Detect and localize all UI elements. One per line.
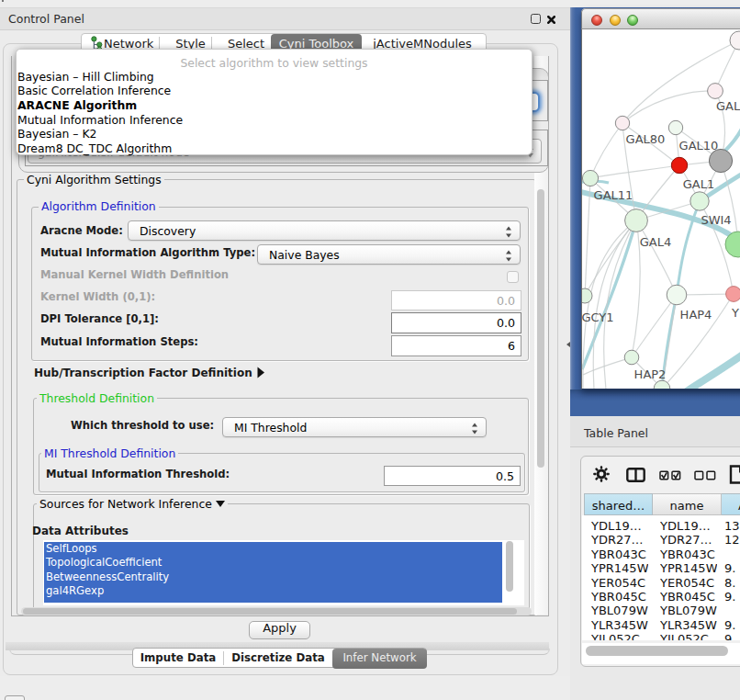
graph-node[interactable]: [726, 287, 740, 302]
graph-node-label: Y: [731, 306, 739, 320]
mi-algorithm-type-label: Mutual Information Algorithm Type:: [40, 247, 255, 259]
dropdown-item[interactable]: ARACNE Algorithm: [17, 98, 137, 112]
table-cell: YPR145W: [660, 561, 717, 575]
docked-panel-icon[interactable]: [5, 695, 25, 700]
table-row[interactable]: YBR043CYBR043C: [582, 548, 740, 561]
graph-node[interactable]: [615, 116, 629, 130]
dropdown-item[interactable]: Mutual Information Inference: [17, 113, 183, 127]
float-window-icon[interactable]: [531, 14, 541, 24]
aracne-mode-label: Aracne Mode:: [40, 225, 123, 237]
manual-kernel-width-checkbox[interactable]: [507, 271, 519, 283]
split-divider-arrow-icon[interactable]: [566, 342, 570, 347]
apply-button[interactable]: Apply: [249, 621, 310, 639]
dropdown-item[interactable]: Bayesian – Hill Climbing: [17, 70, 154, 84]
graph-edge: [622, 91, 715, 123]
data-attributes-list[interactable]: SelfLoopsTopologicalCoefficientBetweenne…: [43, 540, 524, 605]
attribute-item[interactable]: TopologicalCoefficient: [46, 556, 162, 569]
graph-node[interactable]: [708, 84, 723, 99]
expand-arrow-icon[interactable]: [256, 367, 265, 378]
dropdown-item[interactable]: Bayesian – K2: [17, 127, 96, 141]
graph-node[interactable]: [625, 209, 648, 232]
table-cell: YDL19…: [591, 519, 648, 533]
table-cell: YER054C: [591, 576, 648, 590]
table-cell: 9.: [724, 632, 740, 640]
mi-steps-field[interactable]: 6: [391, 335, 521, 356]
document-icon[interactable]: [729, 465, 740, 484]
collapse-arrow-icon[interactable]: [216, 501, 225, 507]
table-row[interactable]: YER054CYER054C8.: [582, 576, 740, 590]
column-header-shared-name[interactable]: shared…: [584, 493, 653, 515]
mi-algorithm-type-combo[interactable]: Naive Bayes: [257, 244, 521, 265]
table-hscrollbar[interactable]: [582, 643, 740, 664]
table-hscrollbar-thumb[interactable]: [586, 646, 728, 656]
column-header-third[interactable]: A: [722, 493, 740, 515]
kernel-width-field[interactable]: 0.0: [391, 290, 521, 310]
network-window-titlebar[interactable]: [581, 8, 740, 29]
graph-node[interactable]: [624, 350, 639, 365]
close-traffic-light[interactable]: [591, 15, 602, 26]
attribute-item[interactable]: BetweennessCentrality: [46, 570, 169, 583]
table-row[interactable]: YPR145WYPR145W9.: [582, 561, 740, 575]
graph-node-label: HAP2: [634, 367, 667, 381]
tab-impute-data[interactable]: Impute Data: [133, 649, 223, 669]
graph-node[interactable]: [709, 149, 732, 172]
zoom-traffic-light[interactable]: [627, 15, 638, 26]
attribute-item[interactable]: SelfLoops: [46, 542, 97, 555]
dropdown-item[interactable]: Basic Correlation Inference: [17, 84, 171, 97]
table-row[interactable]: YIL052CYIL052C9.: [582, 632, 740, 640]
tab-infer-network[interactable]: Infer Network: [332, 649, 427, 669]
graph-node[interactable]: [668, 120, 682, 134]
graph-node[interactable]: [730, 31, 740, 50]
viewport-hscrollbar[interactable]: [21, 607, 532, 615]
minimize-traffic-light[interactable]: [610, 15, 621, 26]
gear-icon[interactable]: [593, 466, 610, 482]
dpi-tolerance-field[interactable]: 0.0: [391, 312, 521, 333]
table-cell: 8.: [724, 576, 740, 590]
graph-edge: [678, 355, 740, 390]
table-cell: YBL079W: [660, 604, 717, 617]
column-header-name[interactable]: name: [653, 493, 722, 515]
graph-node[interactable]: [667, 285, 687, 305]
aracne-mode-combo[interactable]: Discovery: [128, 220, 521, 241]
network-view-window: GALGAL80GAL10GAL1GAL11SWI4GAL4GCY1HAP4YH…: [581, 8, 740, 390]
dropdown-item[interactable]: Dream8 DC_TDC Algorithm: [17, 141, 172, 155]
table-cell: 13: [724, 519, 740, 533]
sources-label[interactable]: Sources for Network Inference: [37, 498, 228, 510]
desktop-background-lower: [570, 390, 740, 416]
viewport-vscrollbar-thumb[interactable]: [537, 189, 545, 468]
graph-node-label: GAL4: [640, 235, 671, 249]
node-table-container: shared… name A YDL19…YDL19…13YDR27…YDR27…: [580, 456, 740, 667]
mi-threshold-field[interactable]: 0.5: [384, 466, 521, 486]
table-cell: 9.: [724, 590, 740, 604]
graph-node[interactable]: [690, 192, 709, 210]
table-cell: YDR27…: [591, 533, 648, 547]
table-row[interactable]: YDL19…YDL19…13: [582, 519, 740, 533]
which-threshold-label: Which threshold to use:: [71, 420, 214, 432]
graph-node-label: GAL1: [683, 177, 714, 191]
graph-node-label: HAP4: [680, 308, 712, 322]
attribute-item[interactable]: gal4RGexp: [46, 584, 104, 597]
table-cell: YPR145W: [591, 561, 648, 575]
close-icon[interactable]: [547, 16, 556, 25]
list-vscrollbar-thumb[interactable]: [506, 541, 514, 592]
node-table-body[interactable]: YDL19…YDL19…13YDR27…YDR27…12YBR043CYBR04…: [582, 515, 740, 640]
split-view-icon[interactable]: [626, 468, 645, 482]
table-cell: 12: [724, 533, 740, 547]
unchecked-columns-icon[interactable]: [694, 470, 717, 480]
graph-node[interactable]: [582, 288, 592, 303]
graph-node[interactable]: [582, 170, 598, 186]
table-row[interactable]: YBL079WYBL079W: [582, 604, 740, 617]
control-panel-titlebar[interactable]: Control Panel: [0, 7, 570, 30]
network-canvas[interactable]: GALGAL80GAL10GAL1GAL11SWI4GAL4GCY1HAP4YH…: [581, 29, 740, 390]
table-row[interactable]: YBR045CYBR045C9.: [582, 590, 740, 604]
hub-definition-label[interactable]: Hub/Transcription Factor Definition: [34, 367, 252, 379]
checked-columns-icon[interactable]: [659, 470, 682, 480]
graph-edge: [636, 220, 677, 295]
which-threshold-combo[interactable]: MI Threshold: [222, 417, 487, 437]
tab-discretize-data[interactable]: Discretize Data: [224, 649, 332, 669]
table-row[interactable]: YDR27…YDR27…12: [582, 533, 740, 547]
viewport-hscrollbar-thumb[interactable]: [23, 608, 517, 615]
graph-node[interactable]: [671, 157, 687, 173]
table-cell: YDR27…: [660, 533, 717, 547]
table-row[interactable]: YLR345WYLR345W9.: [582, 618, 740, 632]
